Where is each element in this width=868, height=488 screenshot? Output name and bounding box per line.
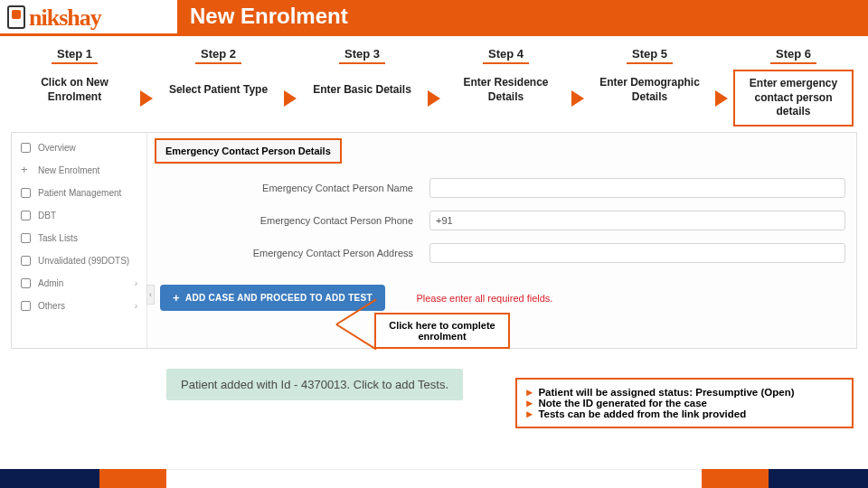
step-desc-6: Enter emergency contact person details <box>733 70 854 127</box>
sidebar-item-label: New Enrolment <box>38 165 99 175</box>
card-icon <box>21 211 31 221</box>
note-item: ►Note the ID generated for the case <box>524 398 843 408</box>
sidebar-item-others[interactable]: Others› <box>12 295 146 317</box>
page-title: New Enrolment <box>190 4 348 29</box>
step-desc-1: Click on New Enrolment <box>14 70 135 111</box>
arrow-icon <box>284 90 297 107</box>
field-label: Emergency Contact Person Address <box>158 248 429 258</box>
form-row-phone: Emergency Contact Person Phone <box>158 211 845 230</box>
step-5: Step 5 Enter Demographic Details <box>584 45 715 111</box>
footer-bar <box>0 469 868 488</box>
grid-icon <box>21 301 31 311</box>
arrow-icon <box>140 90 153 107</box>
plus-icon: + <box>21 165 31 175</box>
arrow-icon <box>715 90 728 107</box>
add-case-button[interactable]: + ADD CASE AND PROCEED TO ADD TEST <box>160 285 385 311</box>
sidebar-item-label: DBT <box>38 211 56 221</box>
contact-phone-input[interactable] <box>429 211 845 230</box>
section-heading: Emergency Contact Person Details <box>155 138 342 164</box>
sidebar-item-patient-mgmt[interactable]: Patient Management <box>12 182 146 204</box>
bullet-icon: ► <box>524 408 534 419</box>
gauge-icon <box>21 143 31 153</box>
step-2: Step 2 Select Patient Type <box>153 45 284 111</box>
sidebar-item-unvalidated[interactable]: Unvalidated (99DOTS) <box>12 249 146 272</box>
title-bar: nikshay New Enrolment <box>0 0 868 36</box>
contact-address-input[interactable] <box>429 243 845 263</box>
callout-complete-enrolment: Click here to complete enrolment <box>374 313 510 349</box>
contact-name-input[interactable] <box>429 178 845 198</box>
sidebar-item-label: Others <box>38 301 65 311</box>
field-label: Emergency Contact Person Name <box>158 183 429 193</box>
logo-box: nikshay <box>0 0 177 36</box>
sidebar-item-new-enrolment[interactable]: +New Enrolment <box>12 159 146 182</box>
step-label-3: Step 3 <box>339 47 385 64</box>
field-label: Emergency Contact Person Phone <box>158 215 429 226</box>
chevron-right-icon: › <box>135 301 137 311</box>
step-3: Step 3 Enter Basic Details <box>297 45 428 111</box>
sidebar-item-overview[interactable]: Overview <box>12 136 146 159</box>
accent-line <box>0 33 868 36</box>
chevron-right-icon: › <box>135 278 137 288</box>
sidebar-item-label: Task Lists <box>38 233 78 243</box>
notes-box: ►Patient will be assigned status: Presum… <box>515 378 854 428</box>
bullet-icon: ► <box>524 387 534 398</box>
error-message: Please enter all required fields. <box>416 293 552 304</box>
success-toast[interactable]: Patient added with Id - 4370013. Click t… <box>166 369 463 400</box>
step-desc-2: Select Patient Type <box>158 70 278 111</box>
admin-icon <box>21 278 31 288</box>
sidebar-item-task-lists[interactable]: Task Lists <box>12 227 146 249</box>
bullet-icon: ► <box>524 398 534 408</box>
user-icon <box>21 188 31 198</box>
step-label-4: Step 4 <box>483 47 529 64</box>
step-4: Step 4 Enter Residence Details <box>440 45 571 111</box>
step-desc-3: Enter Basic Details <box>302 70 422 111</box>
form-row-name: Emergency Contact Person Name <box>158 178 845 198</box>
arrow-icon <box>571 90 584 107</box>
note-item: ►Patient will be assigned status: Presum… <box>524 387 843 398</box>
form-row-address: Emergency Contact Person Address <box>158 243 845 263</box>
sidebar-item-label: Patient Management <box>38 188 121 198</box>
app-logo: nikshay <box>7 5 101 32</box>
list-icon <box>21 233 31 243</box>
sidebar-item-admin[interactable]: Admin› <box>12 272 146 295</box>
plus-icon: + <box>173 291 180 305</box>
app-area: Overview +New Enrolment Patient Manageme… <box>11 132 857 349</box>
sidebar: Overview +New Enrolment Patient Manageme… <box>12 133 147 348</box>
step-desc-4: Enter Residence Details <box>446 70 566 111</box>
step-label-2: Step 2 <box>195 47 241 64</box>
step-label-6: Step 6 <box>770 47 816 64</box>
sidebar-item-label: Unvalidated (99DOTS) <box>38 256 129 266</box>
step-desc-5: Enter Demographic Details <box>590 70 710 111</box>
step-label-1: Step 1 <box>52 47 98 64</box>
note-item: ►Tests can be added from the link provid… <box>524 408 843 419</box>
arrow-icon <box>428 90 440 107</box>
warning-icon <box>21 256 31 266</box>
step-6: Step 6 Enter emergency contact person de… <box>728 45 859 127</box>
sidebar-item-dbt[interactable]: DBT <box>12 204 146 227</box>
sidebar-item-label: Overview <box>38 143 76 153</box>
step-label-5: Step 5 <box>627 47 673 64</box>
add-case-button-label: ADD CASE AND PROCEED TO ADD TEST <box>185 293 373 303</box>
step-1: Step 1 Click on New Enrolment <box>9 45 140 111</box>
sidebar-item-label: Admin <box>38 278 63 288</box>
step-row: Step 1 Click on New Enrolment Step 2 Sel… <box>0 36 868 132</box>
